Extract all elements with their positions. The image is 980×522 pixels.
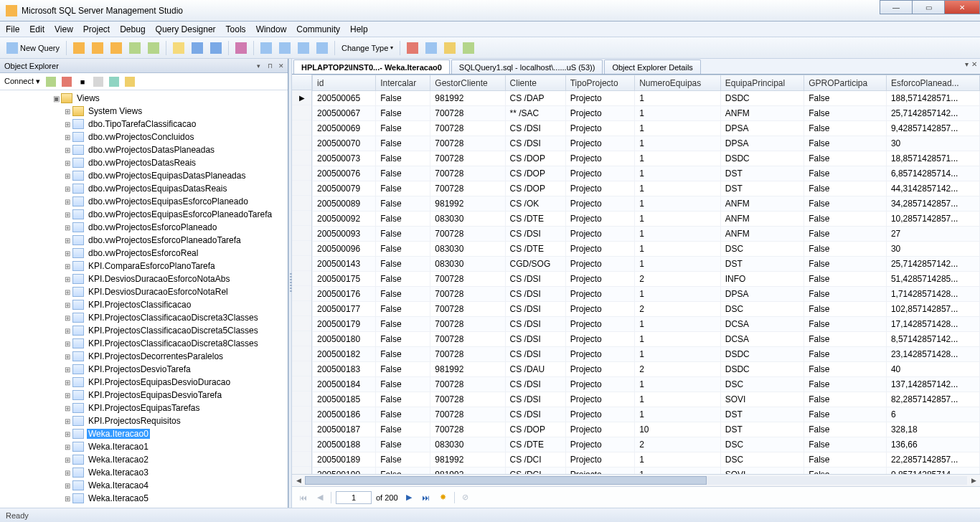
table-row[interactable]: 200500093False700728CS /DSIProjecto1ANFM…: [313, 227, 980, 242]
table-cell[interactable]: False: [376, 227, 430, 242]
table-cell[interactable]: False: [376, 242, 430, 257]
table-cell[interactable]: ANFM: [720, 196, 804, 212]
table-cell[interactable]: False: [804, 272, 887, 287]
table-cell[interactable]: 1: [635, 136, 721, 151]
table-cell[interactable]: 1: [635, 392, 721, 407]
table-cell[interactable]: 10,2857142857...: [886, 212, 979, 227]
table-row[interactable]: 200500189False981992CS /DCIProjecto1DSCF…: [313, 452, 980, 468]
table-cell[interactable]: DSC: [720, 452, 804, 468]
table-cell[interactable]: False: [804, 106, 887, 121]
table-cell[interactable]: CGD/SOG: [505, 257, 565, 272]
table-cell[interactable]: False: [376, 212, 430, 227]
tree-node-view[interactable]: ⊞KPI.DesviosDuracaoEsforcoNotaAbs: [0, 272, 288, 285]
table-cell[interactable]: CS /DAP: [505, 91, 565, 106]
table-cell[interactable]: 10: [635, 422, 721, 437]
table-cell[interactable]: ANFM: [720, 212, 804, 227]
table-cell[interactable]: 82,2857142857...: [886, 392, 979, 407]
menu-help[interactable]: Help: [350, 24, 368, 34]
table-cell[interactable]: DSC: [720, 377, 804, 392]
tree-node-view[interactable]: ⊞Weka.Iteracao2: [0, 453, 288, 466]
column-header[interactable]: id: [313, 75, 376, 91]
table-row[interactable]: 200500070False700728CS /DSIProjecto1DPSA…: [313, 136, 980, 151]
table-row[interactable]: 200500092False083030CS /DTEProjecto1ANFM…: [313, 212, 980, 227]
table-cell[interactable]: 700728: [430, 377, 505, 392]
table-cell[interactable]: False: [376, 332, 430, 347]
table-cell[interactable]: INFO: [720, 272, 804, 287]
tab-close-icon[interactable]: ✕: [971, 60, 977, 68]
table-cell[interactable]: 700728: [430, 106, 505, 121]
table-cell[interactable]: 200500096: [313, 242, 376, 257]
table-cell[interactable]: False: [376, 302, 430, 317]
tree-node-view[interactable]: ⊞dbo.vwProjectosConcluidos: [0, 130, 288, 143]
table-row[interactable]: 200500143False083030CGD/SOGProjecto1DSTF…: [313, 257, 980, 272]
tree-node-view[interactable]: ⊞Weka.Iteracao1: [0, 440, 288, 453]
table-row[interactable]: 200500179False700728CS /DSIProjecto1DCSA…: [313, 317, 980, 332]
table-cell[interactable]: Projecto: [565, 317, 634, 332]
table-cell[interactable]: 30: [886, 242, 979, 257]
table-cell[interactable]: CS /DSI: [505, 287, 565, 302]
table-row[interactable]: 200500177False700728CS /DSIProjecto2DSCF…: [313, 302, 980, 317]
tool-sql-icon[interactable]: [314, 40, 331, 56]
table-cell[interactable]: 1: [635, 407, 721, 422]
table-cell[interactable]: False: [376, 121, 430, 136]
table-cell[interactable]: DSC: [720, 302, 804, 317]
table-cell[interactable]: CS /DSI: [505, 332, 565, 347]
table-cell[interactable]: 1: [635, 166, 721, 181]
table-cell[interactable]: False: [376, 437, 430, 452]
table-cell[interactable]: 200500093: [313, 227, 376, 242]
table-cell[interactable]: 18,8571428571...: [886, 151, 979, 166]
table-cell[interactable]: Projecto: [565, 151, 634, 166]
table-cell[interactable]: 700728: [430, 166, 505, 181]
table-cell[interactable]: False: [804, 91, 887, 106]
row-header[interactable]: [292, 181, 311, 196]
row-header[interactable]: [292, 346, 311, 361]
table-cell[interactable]: 200500065: [313, 91, 376, 106]
tool-grid2-icon[interactable]: [276, 40, 293, 56]
table-cell[interactable]: False: [804, 317, 887, 332]
table-cell[interactable]: 700728: [430, 181, 505, 196]
table-cell[interactable]: Projecto: [565, 196, 634, 212]
panel-pin-icon[interactable]: ⊓: [265, 62, 275, 70]
table-cell[interactable]: Projecto: [565, 242, 634, 257]
table-cell[interactable]: 6: [886, 407, 979, 422]
table-cell[interactable]: 25,7142857142...: [886, 106, 979, 121]
table-row[interactable]: 200500186False700728CS /DSIProjecto1DSTF…: [313, 407, 980, 422]
table-cell[interactable]: 1: [635, 227, 721, 242]
table-cell[interactable]: False: [376, 272, 430, 287]
tree-node-view[interactable]: ⊞KPI.DesviosDuracaoEsforcoNotaRel: [0, 285, 288, 298]
table-cell[interactable]: 6,85714285714...: [886, 166, 979, 181]
table-cell[interactable]: False: [376, 347, 430, 362]
table-cell[interactable]: 200500089: [313, 196, 376, 212]
table-cell[interactable]: 200500185: [313, 392, 376, 407]
table-cell[interactable]: Projecto: [565, 468, 634, 475]
row-header[interactable]: [292, 256, 311, 271]
table-cell[interactable]: False: [376, 362, 430, 377]
table-cell[interactable]: Projecto: [565, 392, 634, 407]
table-cell[interactable]: 083030: [430, 242, 505, 257]
table-cell[interactable]: SOVI: [720, 468, 804, 475]
tree-node-view[interactable]: ⊞dbo.vwProjectosEsforcoReal: [0, 247, 288, 260]
table-cell[interactable]: 1: [635, 212, 721, 227]
panel-dropdown-icon[interactable]: ▾: [253, 62, 263, 70]
menu-file[interactable]: File: [6, 24, 19, 34]
table-cell[interactable]: DSDC: [720, 362, 804, 377]
tree-node-view[interactable]: ⊞KPI.ProjectosDesvioTarefa: [0, 363, 288, 376]
table-cell[interactable]: False: [376, 377, 430, 392]
table-cell[interactable]: False: [804, 452, 887, 468]
table-cell[interactable]: 200500179: [313, 317, 376, 332]
tool-grid-icon[interactable]: [258, 40, 275, 56]
table-cell[interactable]: Projecto: [565, 136, 634, 151]
table-cell[interactable]: False: [804, 136, 887, 151]
horizontal-scrollbar[interactable]: ◀ ▶: [292, 474, 980, 486]
table-cell[interactable]: False: [376, 151, 430, 166]
oe-stop-icon[interactable]: ■: [76, 75, 89, 88]
table-cell[interactable]: 9,42857142857...: [886, 121, 979, 136]
tool-save-icon[interactable]: [189, 40, 206, 56]
table-cell[interactable]: 200500188: [313, 437, 376, 452]
row-header[interactable]: [292, 361, 311, 376]
table-cell[interactable]: 27: [886, 227, 979, 242]
table-cell[interactable]: Projecto: [565, 437, 634, 452]
table-cell[interactable]: 200500079: [313, 181, 376, 196]
oe-disconnect-icon[interactable]: [60, 75, 73, 88]
tab-object-explorer-details[interactable]: Object Explorer Details: [604, 60, 701, 74]
